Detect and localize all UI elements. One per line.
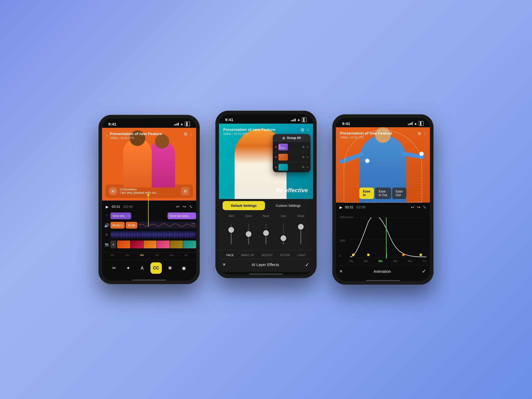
preview-title-bar-2: Presentation of new Feature 1080p • 29.9… — [219, 124, 313, 139]
play-button-1[interactable]: ▶ — [106, 205, 109, 209]
cc-settings-button[interactable]: ⚙ — [181, 187, 189, 195]
makeup-tab[interactable]: MAKE UP — [241, 253, 254, 257]
persons-illustration-1 — [102, 136, 196, 188]
skin-slider[interactable] — [223, 221, 240, 247]
keyframe-2[interactable] — [367, 254, 370, 256]
play-button-3[interactable]: ▶ — [340, 205, 342, 209]
expand-button-3[interactable]: ⤡ — [423, 205, 426, 210]
category-tabs: FACE MAKE UP ADJUST FILTER LIGHT — [219, 250, 313, 259]
download-button-3[interactable]: ↓ — [424, 131, 426, 136]
ease-in-button[interactable]: Ease In — [360, 188, 374, 199]
scissors-tool-button[interactable]: ✂ — [109, 262, 120, 274]
keyframe-3[interactable] — [402, 254, 405, 256]
layer-eye-1[interactable]: 👁 — [302, 145, 305, 149]
status-icons-3: ▲ ▌ — [408, 121, 424, 126]
sliders-row — [223, 221, 309, 247]
color-tool-button[interactable]: ◉ — [178, 262, 190, 274]
ease-buttons: Ease In Ease In Out Ease Out — [360, 188, 407, 199]
skin-label: Skin — [223, 214, 240, 217]
layers-button-2[interactable]: ⊞ — [301, 127, 304, 132]
layer-item-3[interactable]: × 👁 ≡ — [273, 162, 310, 172]
animation-curve-chart: 2000 px/sec 1000 0 — [336, 213, 430, 265]
phone3: 9:41 ▲ ▌ — [332, 114, 434, 285]
layer-thumb-3 — [278, 164, 288, 171]
status-bar-2: 9:41 ▲ ▌ — [219, 114, 313, 124]
phone1-screen: 9:41 ▲ ▌ ‹ Presentation of new Feature — [102, 118, 196, 281]
anim-confirm-button[interactable]: ✓ — [422, 268, 426, 274]
layer-menu-2[interactable]: ≡ — [307, 155, 308, 159]
layer-menu-1[interactable]: ≡ — [307, 145, 308, 149]
layer-thumb-2 — [278, 154, 288, 161]
redo-button-1[interactable]: ↪ — [183, 204, 186, 209]
custom-settings-tab[interactable]: Custom Settings — [267, 201, 309, 210]
keyframe-1[interactable] — [352, 254, 355, 256]
lips-slider[interactable] — [275, 221, 292, 247]
wifi-icon-2: ▲ — [297, 118, 301, 122]
preview-title-bar-1: ‹ Presentation of new Feature 1080p • 29… — [102, 128, 196, 143]
layer-close-1[interactable]: × — [275, 145, 277, 149]
expand-button-1[interactable]: ⤡ — [189, 204, 192, 209]
nose-slider[interactable] — [257, 221, 275, 247]
preview-3: Presentation of new Feature 1080p • 29.9… — [336, 127, 430, 203]
cc-tool-button[interactable]: CC — [150, 262, 162, 274]
undo-button-1[interactable]: ↩ — [176, 204, 179, 209]
download-button-1[interactable]: ↓ — [190, 132, 192, 136]
playhead-line-3 — [386, 217, 387, 257]
head-slider[interactable] — [292, 221, 309, 247]
ai-confirm-button[interactable]: ✓ — [305, 262, 309, 268]
layer-item-1[interactable]: × Be effective 👁 ≡ — [273, 142, 310, 152]
modify-clip-2[interactable]: Modify — [126, 222, 137, 229]
text-clip-2[interactable]: Some text some... — [168, 212, 196, 219]
undo-button-3[interactable]: ↩ — [411, 205, 414, 210]
effects-tool-button[interactable]: ✦ — [122, 262, 134, 274]
layers-button-3[interactable]: ⊞ — [418, 131, 421, 136]
status-bar-3: 9:41 ▲ ▌ — [336, 118, 430, 127]
layer-eye-2[interactable]: 👁 — [302, 155, 305, 159]
layer-thumb-1: Be effective — [278, 144, 288, 150]
keyframe-4[interactable] — [420, 254, 422, 256]
wifi-icon-3: ▲ — [414, 122, 417, 125]
light-tab[interactable]: LIGHT — [297, 253, 305, 257]
text-overlay-2: Be effective — [276, 187, 308, 194]
audio-track-icon: ≋ — [103, 232, 110, 237]
layer-close-3[interactable]: × — [275, 165, 277, 169]
ease-in-out-button[interactable]: Ease In Out — [375, 188, 391, 199]
text-tool-button[interactable]: A — [136, 262, 148, 274]
download-button-2[interactable]: ↓ — [307, 127, 309, 132]
layer-close-2[interactable]: × — [275, 155, 277, 159]
status-icons-2: ▲ ▌ — [291, 117, 307, 122]
eyes-slider[interactable] — [240, 221, 257, 247]
preview-actions-1: ⊞ ↓ — [184, 131, 192, 136]
timeline-tracks-1: T Some text... 7s Some text some... — [102, 211, 196, 251]
layers-button-1[interactable]: ⊞ — [184, 131, 187, 136]
battery-icon-1: ▌ — [185, 122, 190, 126]
ease-out-button[interactable]: Ease Out — [392, 188, 406, 199]
face-tab[interactable]: FACE — [226, 253, 234, 257]
anim-close-button[interactable]: × — [340, 268, 343, 274]
modify-clip-1[interactable]: Modify 8s — [110, 222, 125, 229]
layer-item-2[interactable]: × 👁 ≡ — [273, 152, 310, 162]
audio-waveform — [110, 231, 196, 238]
anim-controls: ▶ 00:31 /02:56 ↩ ↪ ⤡ — [336, 203, 430, 213]
layer-eye-3[interactable]: 👁 — [302, 165, 305, 169]
adjust-tab[interactable]: ADJUST — [262, 253, 273, 257]
redo-button-3[interactable]: ↪ — [417, 205, 420, 210]
text-clip-1[interactable]: Some text... 7s — [110, 212, 131, 219]
timeline-section-1: ▶ 00:31 /02:56 ↩ ↪ ⤡ T Some text... 7s — [102, 201, 196, 260]
preview-actions-3: ⊞ ↓ — [418, 131, 426, 136]
filter-tab[interactable]: FILTER — [280, 253, 290, 257]
default-settings-tab[interactable]: Default Settings — [223, 201, 265, 210]
phone2: 9:41 ▲ ▌ Be effective — [215, 111, 317, 278]
slider-labels: Skin Eyes Nose Lips Head — [223, 214, 309, 217]
ai-close-button[interactable]: × — [223, 262, 226, 268]
adjust-tool-button[interactable]: ❋ — [164, 262, 176, 274]
ai-effects-title: AI Layer Effects — [226, 262, 305, 267]
add-media-button[interactable]: + — [110, 241, 116, 248]
audio-track-row: ≋ — [102, 230, 196, 239]
modify-track-icon: 🔊 — [103, 223, 110, 228]
layer-menu-3[interactable]: ≡ — [307, 165, 308, 169]
status-time-3: 9:41 — [342, 121, 350, 126]
thumb-4 — [157, 241, 170, 248]
total-time-1: /02:56 — [123, 205, 133, 209]
back-button-1[interactable]: ‹ — [106, 133, 108, 138]
